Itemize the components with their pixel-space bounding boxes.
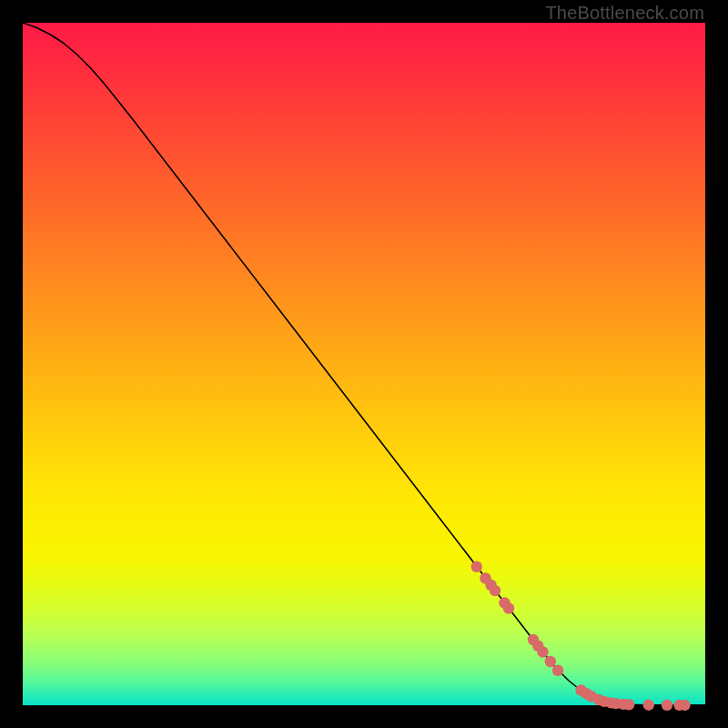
curve-path [23, 23, 705, 705]
data-point [623, 699, 634, 710]
data-point [662, 700, 672, 711]
data-markers [471, 561, 691, 712]
chart-svg [23, 23, 705, 705]
plot-area [23, 23, 705, 705]
watermark-text: TheBottleneck.com [545, 3, 704, 24]
data-point [537, 646, 548, 657]
data-point [643, 700, 654, 711]
data-point [490, 585, 500, 596]
data-point [679, 700, 690, 711]
data-point [545, 656, 556, 667]
data-point [552, 665, 563, 676]
chart-frame: TheBottleneck.com [0, 0, 728, 728]
data-point [503, 602, 514, 613]
data-point [471, 561, 482, 572]
